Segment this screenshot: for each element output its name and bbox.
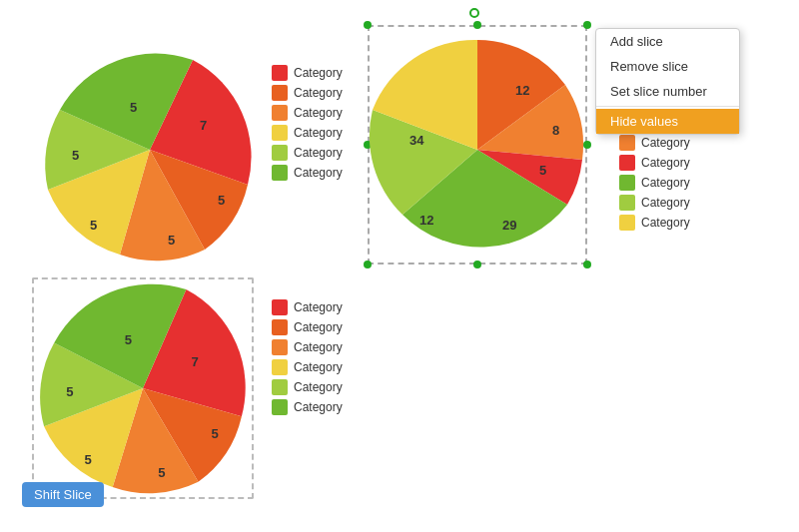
legend-color xyxy=(272,339,288,355)
handle-tl[interactable] xyxy=(364,21,372,29)
legend-label: Category xyxy=(294,400,343,414)
legend-label: Category xyxy=(641,136,690,150)
legend-label: Category xyxy=(294,126,343,140)
legend-label: Category xyxy=(294,300,343,314)
shift-slice-button[interactable]: Shift Slice xyxy=(22,482,104,507)
label-5b: 5 xyxy=(168,233,175,248)
label3-5e: 5 xyxy=(125,332,132,347)
label-5d: 5 xyxy=(72,148,79,163)
legend-item: Category xyxy=(272,125,343,141)
pie-chart-2[interactable]: 12 8 5 29 12 34 xyxy=(368,30,587,269)
legend-item: Category xyxy=(619,135,690,151)
legend-item: Category xyxy=(619,175,690,191)
handle-tm[interactable] xyxy=(473,21,481,29)
legend-3: Category Category Category Category Cate… xyxy=(272,299,343,415)
legend-label: Category xyxy=(294,66,343,80)
legend-item: Category xyxy=(272,379,343,395)
context-menu-add-slice[interactable]: Add slice xyxy=(596,29,739,54)
label2-12b: 12 xyxy=(419,213,433,228)
legend-item: Category xyxy=(619,155,690,171)
legend-color xyxy=(619,155,635,171)
label3-5c: 5 xyxy=(84,452,91,467)
legend-label: Category xyxy=(641,196,690,210)
legend-color-light-green xyxy=(272,145,288,161)
legend-color xyxy=(272,299,288,315)
legend-item: Category xyxy=(272,319,343,335)
legend-label: Category xyxy=(294,320,343,334)
legend-label: Category xyxy=(294,360,343,374)
legend-item: Category xyxy=(272,359,343,375)
legend-item: Category xyxy=(272,299,343,315)
label-5e: 5 xyxy=(130,100,137,115)
legend-color xyxy=(272,379,288,395)
legend-item: Category xyxy=(272,165,343,181)
legend-label: Category xyxy=(294,146,343,160)
label-5a: 5 xyxy=(218,193,225,208)
legend-color-yellow xyxy=(272,125,288,141)
pie-chart-1[interactable]: 7 5 5 5 5 5 xyxy=(30,30,270,269)
label2-8: 8 xyxy=(552,123,559,138)
label3-7: 7 xyxy=(191,354,198,369)
legend-item: Category xyxy=(272,65,343,81)
legend-color xyxy=(619,195,635,211)
legend-color-orange xyxy=(272,105,288,121)
context-menu: Add slice Remove slice Set slice number … xyxy=(595,28,740,135)
legend-label: Category xyxy=(294,166,343,180)
legend-1: Category Category Category Category Cate… xyxy=(272,65,343,181)
pie-chart-3[interactable]: 7 5 5 5 5 5 xyxy=(32,277,254,499)
legend-item: Category xyxy=(619,195,690,211)
context-menu-set-slice-number[interactable]: Set slice number xyxy=(596,79,739,104)
label2-12: 12 xyxy=(515,83,529,98)
legend-color xyxy=(272,399,288,415)
context-menu-separator xyxy=(596,106,739,107)
legend-label: Category xyxy=(294,106,343,120)
label-5c: 5 xyxy=(90,218,97,233)
label2-34: 34 xyxy=(409,133,424,148)
legend-color xyxy=(619,215,635,231)
context-menu-remove-slice[interactable]: Remove slice xyxy=(596,54,739,79)
legend-label: Category xyxy=(294,340,343,354)
rotate-handle[interactable] xyxy=(469,8,479,18)
context-menu-hide-values[interactable]: Hide values xyxy=(596,109,739,134)
legend-item: Category xyxy=(272,105,343,121)
legend-label: Category xyxy=(641,176,690,190)
legend-item: Category xyxy=(272,145,343,161)
legend-label: Category xyxy=(294,380,343,394)
legend-item: Category xyxy=(272,339,343,355)
legend-color xyxy=(272,319,288,335)
label-7: 7 xyxy=(200,118,207,133)
legend-color-orange-red xyxy=(272,85,288,101)
legend-label: Category xyxy=(641,156,690,170)
legend-item: Category xyxy=(272,85,343,101)
label3-5d: 5 xyxy=(66,384,73,399)
label3-5a: 5 xyxy=(212,426,219,441)
legend-label: Category xyxy=(294,86,343,100)
legend-label: Category xyxy=(641,216,690,230)
legend-color-green xyxy=(272,165,288,181)
legend-color-red xyxy=(272,65,288,81)
legend-color xyxy=(619,175,635,191)
handle-tr[interactable] xyxy=(583,21,591,29)
legend-color xyxy=(619,135,635,151)
legend-item: Category xyxy=(272,399,343,415)
label2-29: 29 xyxy=(502,218,516,233)
legend-color xyxy=(272,359,288,375)
legend-item: Category xyxy=(619,215,690,231)
label3-5b: 5 xyxy=(158,465,165,480)
label2-5: 5 xyxy=(539,163,546,178)
